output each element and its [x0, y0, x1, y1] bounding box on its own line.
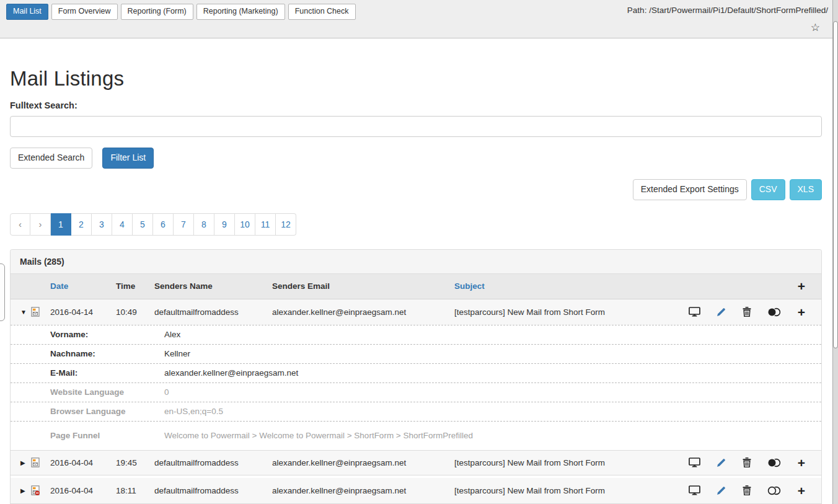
- cell-time: 18:11: [116, 486, 154, 495]
- page-title: Mail Listings: [10, 38, 822, 91]
- pagination-page-10[interactable]: 10: [235, 213, 255, 236]
- detail-label: Vorname:: [11, 330, 164, 339]
- pagination-page-7[interactable]: 7: [174, 213, 194, 236]
- tab-function-check[interactable]: Function Check: [288, 4, 356, 20]
- mails-panel: Mails (285) Date Time Senders Name Sende…: [10, 249, 822, 504]
- main-content: Mail Listings Fulltext Search: Extended …: [0, 38, 838, 504]
- pagination-page-2[interactable]: 2: [71, 213, 92, 236]
- left-edge-panel-flap[interactable]: [0, 263, 5, 321]
- column-header-subject[interactable]: Subject: [454, 281, 681, 291]
- detail-value: Alex: [164, 330, 821, 339]
- scrollbar-thumb[interactable]: [833, 21, 838, 348]
- fulltext-search-label: Fulltext Search:: [10, 100, 822, 110]
- mail-record-icon: [31, 307, 40, 317]
- add-column-icon[interactable]: +: [798, 280, 805, 293]
- mail-record-hidden-icon: [31, 485, 40, 495]
- visibility-toggle-on-icon[interactable]: [767, 458, 781, 467]
- cell-date: 2016-04-04: [50, 486, 116, 495]
- export-actions: Extended Export Settings CSV XLS: [10, 179, 822, 200]
- delete-trash-icon[interactable]: [743, 307, 751, 317]
- tab-reporting-form[interactable]: Reporting (Form): [121, 4, 193, 20]
- delete-trash-icon[interactable]: [743, 458, 751, 467]
- table-header-row: Date Time Senders Name Senders Email Sub…: [11, 274, 821, 299]
- cell-time: 19:45: [116, 458, 154, 467]
- preview-monitor-icon[interactable]: [689, 458, 700, 467]
- extended-export-settings-button[interactable]: Extended Export Settings: [633, 179, 747, 200]
- xls-export-button[interactable]: XLS: [790, 179, 822, 200]
- tab-mail-list[interactable]: Mail List: [6, 4, 48, 20]
- pagination-page-4[interactable]: 4: [112, 213, 133, 236]
- tab-form-overview[interactable]: Form Overview: [51, 4, 118, 20]
- cell-subject: [testparcours] New Mail from Short Form: [454, 307, 681, 317]
- add-icon[interactable]: +: [798, 306, 805, 319]
- vertical-scrollbar[interactable]: [832, 0, 838, 504]
- cell-date: 2016-04-14: [50, 307, 116, 317]
- add-icon[interactable]: +: [798, 456, 805, 469]
- detail-value: Kellner: [164, 349, 821, 358]
- fulltext-search-input[interactable]: [10, 116, 822, 137]
- detail-row: Browser Language en-US,en;q=0.5: [11, 402, 821, 421]
- add-icon[interactable]: +: [798, 484, 805, 497]
- module-tabs: Mail List Form Overview Reporting (Form)…: [6, 4, 356, 20]
- pagination-page-9[interactable]: 9: [214, 213, 235, 236]
- column-header-senders-name: Senders Name: [154, 281, 272, 291]
- visibility-toggle-off-icon[interactable]: [767, 486, 781, 495]
- detail-value: alexander.kellner@einpraegsam.net: [164, 368, 821, 378]
- expand-caret-icon[interactable]: ▶: [20, 459, 27, 466]
- preview-monitor-icon[interactable]: [689, 485, 700, 495]
- cell-time: 10:49: [116, 307, 154, 317]
- pagination-page-6[interactable]: 6: [153, 213, 174, 236]
- edit-pencil-icon[interactable]: [717, 307, 726, 317]
- table-row: ▼ 2016-04-14 10:49 defaultmailfromaddess…: [11, 299, 821, 325]
- pagination-page-11[interactable]: 11: [255, 213, 276, 236]
- detail-value: en-US,en;q=0.5: [164, 407, 821, 416]
- pagination-page-8[interactable]: 8: [194, 213, 214, 236]
- filter-list-button[interactable]: Filter List: [102, 148, 154, 169]
- cell-date: 2016-04-04: [50, 458, 116, 467]
- detail-label: Page Funnel: [11, 431, 164, 440]
- edit-pencil-icon[interactable]: [717, 458, 726, 467]
- doc-header: Mail List Form Overview Reporting (Form)…: [0, 0, 838, 38]
- pagination-prev-icon[interactable]: ‹: [10, 213, 30, 236]
- detail-label: Browser Language: [11, 407, 164, 416]
- detail-label: Website Language: [11, 387, 164, 397]
- cell-sender-email: alexander.kellner@einpraegsam.net: [272, 486, 454, 495]
- mail-record-icon: [31, 458, 40, 467]
- extended-search-button[interactable]: Extended Search: [10, 148, 92, 169]
- detail-row: Website Language 0: [11, 382, 821, 402]
- pagination-page-12[interactable]: 12: [276, 213, 296, 236]
- edit-pencil-icon[interactable]: [717, 486, 726, 495]
- cell-sender-name: defaultmailfromaddess: [154, 458, 272, 467]
- bookmark-star-icon[interactable]: ☆: [811, 22, 820, 33]
- delete-trash-icon[interactable]: [743, 485, 751, 495]
- pagination-page-1[interactable]: 1: [51, 213, 71, 236]
- detail-value: Welcome to Powermail > Welcome to Powerm…: [164, 431, 821, 440]
- detail-row: Nachname: Kellner: [11, 344, 821, 363]
- pagination-page-5[interactable]: 5: [133, 213, 153, 236]
- search-actions: Extended Search Filter List: [10, 148, 822, 169]
- cell-subject: [testparcours] New Mail from Short Form: [454, 486, 681, 495]
- detail-label: Nachname:: [11, 349, 164, 358]
- expand-caret-icon[interactable]: ▶: [20, 487, 27, 494]
- detail-row: E-Mail: alexander.kellner@einpraegsam.ne…: [11, 363, 821, 382]
- cell-sender-email: alexander.kellner@einpraegsam.net: [272, 307, 454, 317]
- collapse-caret-icon[interactable]: ▼: [20, 309, 27, 316]
- cell-sender-name: defaultmailfromaddess: [154, 486, 272, 495]
- column-header-senders-email: Senders Email: [272, 281, 454, 291]
- column-header-date[interactable]: Date: [50, 281, 116, 291]
- cell-sender-email: alexander.kellner@einpraegsam.net: [272, 458, 454, 467]
- table-row: ▶ 2016-04-04 18:11 defaultmailfromaddess…: [11, 478, 821, 503]
- detail-row: Vorname: Alex: [11, 325, 821, 344]
- pagination-page-3[interactable]: 3: [92, 213, 112, 236]
- pagination-next-icon[interactable]: ›: [30, 213, 51, 236]
- cell-sender-name: defaultmailfromaddess: [154, 307, 272, 317]
- visibility-toggle-on-icon[interactable]: [767, 307, 781, 317]
- cell-subject: [testparcours] New Mail from Short Form: [454, 458, 681, 467]
- tab-reporting-marketing[interactable]: Reporting (Marketing): [196, 4, 285, 20]
- column-header-time: Time: [116, 281, 154, 291]
- table-row: ▶ 2016-04-04 19:45 defaultmailfromaddess…: [11, 450, 821, 475]
- mails-panel-title: Mails (285): [11, 250, 821, 274]
- preview-monitor-icon[interactable]: [689, 307, 700, 317]
- detail-row: Page Funnel Welcome to Powermail > Welco…: [11, 421, 821, 450]
- csv-export-button[interactable]: CSV: [751, 179, 785, 200]
